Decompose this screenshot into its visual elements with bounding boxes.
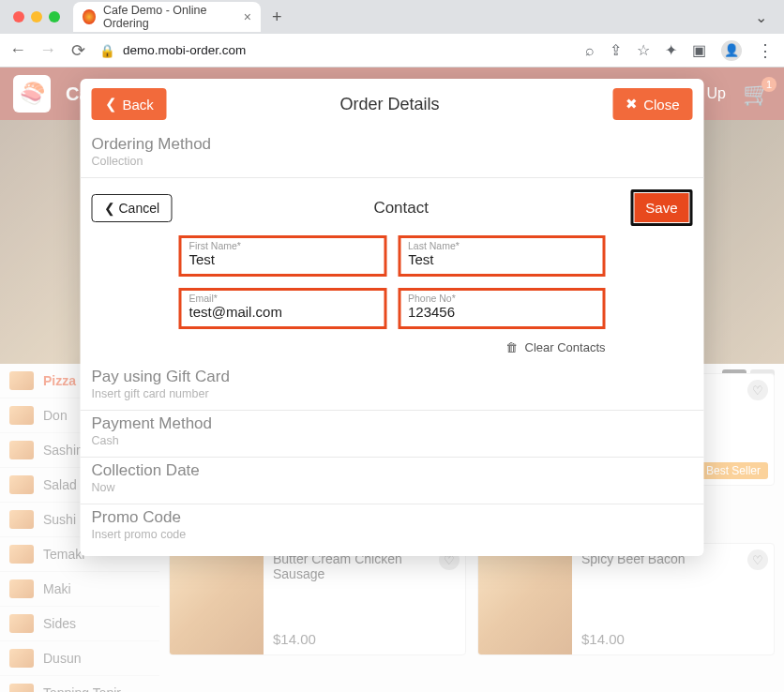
chevron-left-icon: ❮ (105, 96, 117, 113)
extensions-icon[interactable]: ✦ (665, 41, 677, 59)
favicon-icon (83, 9, 96, 24)
email-input[interactable] (189, 304, 377, 320)
section-collection-date[interactable]: Collection Date Now (81, 458, 704, 504)
contact-form: First Name* Last Name* Email* Phone No* (81, 235, 704, 337)
modal-title: Order Details (167, 95, 612, 114)
phone-input[interactable] (408, 304, 596, 320)
new-tab-button[interactable]: + (266, 8, 288, 27)
back-label: Back (123, 97, 154, 113)
reload-icon[interactable]: ⟳ (69, 40, 86, 61)
save-highlight: Save (630, 189, 692, 226)
tab-title: Cafe Demo - Online Ordering (103, 4, 236, 30)
minimize-window-icon[interactable] (31, 11, 42, 23)
contact-title: Contact (172, 199, 630, 218)
last-name-field[interactable]: Last Name* (398, 235, 606, 277)
section-sub: Cash (92, 434, 693, 447)
section-title: Promo Code (92, 508, 693, 527)
section-sub: Insert gift card number (92, 387, 693, 400)
url-text: demo.mobi-order.com (123, 43, 246, 57)
section-title: Ordering Method (92, 135, 693, 154)
page: 🍣 Ca gn Up 🛒1 Pizza Don Sashim Salad Sus… (0, 68, 784, 692)
browser-actions: ⌕ ⇪ ☆ ✦ ▣ 👤 ⋮ (585, 40, 775, 61)
field-label: Last Name* (408, 240, 596, 251)
bookmark-icon[interactable]: ☆ (637, 41, 650, 59)
clear-contacts-link[interactable]: Clear Contacts (525, 340, 606, 354)
maximize-window-icon[interactable] (49, 11, 60, 23)
phone-field[interactable]: Phone No* (398, 288, 606, 329)
section-payment-method[interactable]: Payment Method Cash (81, 411, 704, 458)
share-icon[interactable]: ⇪ (610, 41, 622, 59)
close-label: Close (643, 97, 679, 113)
tabs-dropdown-icon[interactable]: ⌄ (746, 8, 776, 26)
last-name-input[interactable] (408, 251, 596, 267)
section-title: Collection Date (92, 461, 693, 480)
section-promo-code[interactable]: Promo Code Insert promo code (81, 504, 704, 550)
browser-chrome: Cafe Demo - Online Ordering × + ⌄ ← → ⟳ … (0, 0, 784, 68)
section-sub: Now (92, 481, 693, 494)
profile-avatar[interactable]: 👤 (721, 40, 742, 61)
tab-strip: Cafe Demo - Online Ordering × + ⌄ (0, 0, 784, 34)
close-icon: ✖ (626, 96, 638, 113)
cancel-button[interactable]: ❮ Cancel (92, 194, 173, 222)
first-name-field[interactable]: First Name* (179, 235, 387, 277)
save-button[interactable]: Save (634, 193, 688, 222)
contact-header: ❮ Cancel Contact Save (81, 178, 704, 235)
close-window-icon[interactable] (13, 11, 24, 23)
field-label: Email* (189, 293, 377, 304)
window-controls (8, 11, 68, 23)
url-field[interactable]: 🔒 demo.mobi-order.com (99, 43, 572, 58)
browser-tab[interactable]: Cafe Demo - Online Ordering × (73, 2, 261, 32)
order-details-modal: ❮ Back Order Details ✖ Close Ordering Me… (81, 79, 704, 556)
nav-forward-icon: → (39, 40, 56, 60)
back-button[interactable]: ❮ Back (92, 88, 167, 120)
field-label: Phone No* (408, 293, 596, 304)
section-title: Payment Method (92, 414, 693, 433)
email-field[interactable]: Email* (179, 288, 387, 329)
section-title: Pay using Gift Card (92, 368, 693, 386)
clear-contacts-row: 🗑 Clear Contacts (81, 337, 704, 364)
key-icon[interactable]: ⌕ (585, 42, 595, 59)
section-sub: Collection (92, 155, 693, 168)
trash-icon[interactable]: 🗑 (505, 340, 518, 354)
chevron-left-icon: ❮ (104, 201, 115, 216)
first-name-input[interactable] (189, 251, 377, 267)
address-bar: ← → ⟳ 🔒 demo.mobi-order.com ⌕ ⇪ ☆ ✦ ▣ 👤 … (0, 34, 784, 68)
section-ordering-method[interactable]: Ordering Method Collection (81, 131, 704, 178)
cancel-label: Cancel (119, 201, 160, 216)
close-button[interactable]: ✖ Close (612, 88, 692, 120)
panel-icon[interactable]: ▣ (692, 41, 706, 59)
tab-close-icon[interactable]: × (244, 9, 251, 24)
section-sub: Insert promo code (92, 528, 693, 541)
lock-icon: 🔒 (99, 43, 115, 58)
section-gift-card[interactable]: Pay using Gift Card Insert gift card num… (81, 364, 704, 411)
menu-icon[interactable]: ⋮ (757, 40, 775, 61)
field-label: First Name* (189, 240, 377, 251)
nav-back-icon[interactable]: ← (9, 40, 26, 60)
